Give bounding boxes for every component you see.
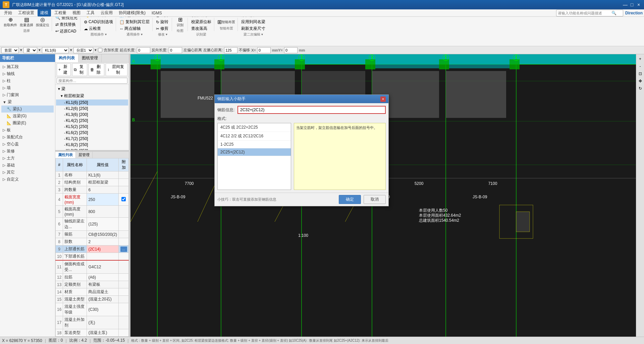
- nav-item-custom[interactable]: ▷ 自定义: [1, 176, 54, 183]
- props-row-17[interactable]: 17混凝土外加剂(无): [56, 316, 129, 329]
- prop-value-1[interactable]: KL1(6): [87, 171, 119, 179]
- prop-extra-4[interactable]: [119, 194, 129, 206]
- inter-floor-copy-btn[interactable]: ↕ 层间复制: [106, 63, 127, 76]
- tree-kl6[interactable]: - KL6(2) [250]: [56, 130, 128, 136]
- prop-checkbox-4[interactable]: [121, 197, 126, 201]
- prop-extra-12[interactable]: [119, 274, 129, 281]
- zoom-in-btn[interactable]: +: [637, 56, 644, 62]
- format-item-2[interactable]: 1-2C25: [218, 141, 291, 148]
- copy-to-other-btn[interactable]: 📋 复制到其它层: [118, 19, 151, 25]
- props-row-8[interactable]: 8肢数2: [56, 238, 129, 246]
- prop-value-5[interactable]: 800: [87, 206, 119, 218]
- prop-value-14[interactable]: 商品混凝土: [87, 288, 119, 296]
- nav-item-foundation[interactable]: ▷ 基础: [1, 162, 54, 169]
- nav-item-work-section[interactable]: ▷ 施工段: [1, 63, 54, 70]
- confirm-btn[interactable]: 确定: [339, 195, 361, 204]
- two-point-mark-btn[interactable]: ↔ 两点辅轴: [118, 25, 151, 32]
- left-shoulder-input[interactable]: [224, 47, 237, 53]
- prop-extra-1[interactable]: [119, 171, 129, 179]
- check-original-label-btn[interactable]: 校梁原位标: [190, 19, 213, 25]
- prop-value-15[interactable]: (混凝土20石): [87, 296, 119, 303]
- prop-extra-3[interactable]: [119, 186, 129, 194]
- find-element-btn[interactable]: 🔍 查找范元: [54, 17, 79, 21]
- delete-component-btn[interactable]: 🗑 删除: [89, 63, 104, 76]
- props-row-2[interactable]: 2结构类别框层框架梁: [56, 179, 129, 186]
- find-replace-btn[interactable]: ⇄ 查找替换: [54, 21, 79, 28]
- element-type-select[interactable]: 梁: [23, 47, 37, 53]
- nav-item-lintel-G[interactable]: 📐 连梁(G): [1, 113, 54, 120]
- prop-value-16[interactable]: (C30): [87, 303, 119, 316]
- props-row-3[interactable]: 3跨数量6: [56, 186, 129, 194]
- add-new-dimension-btn[interactable]: 刷新支座尺寸: [240, 25, 267, 32]
- prop-extra-15[interactable]: [119, 296, 129, 303]
- prop-value-18[interactable]: (混凝土泵): [87, 329, 119, 337]
- nav-item-beam-L[interactable]: 🔧 梁(L): [1, 106, 54, 113]
- props-row-1[interactable]: 1名称KL1(6): [56, 171, 129, 179]
- prop-extra-14[interactable]: [119, 288, 129, 296]
- rotate-view-btn[interactable]: ↻: [637, 85, 644, 92]
- reverse-length-input[interactable]: [169, 47, 182, 53]
- close-btn[interactable]: ×: [636, 2, 641, 7]
- prop-value-17[interactable]: (无): [87, 316, 119, 329]
- menu-project-settings[interactable]: 工程设置: [15, 9, 37, 16]
- start-length-input[interactable]: [137, 47, 150, 53]
- cloud-check-btn[interactable]: ☁ 云检查: [83, 25, 114, 32]
- y-input[interactable]: [284, 47, 298, 53]
- prop-extra-18[interactable]: [119, 329, 129, 337]
- format-item-3[interactable]: 2C25+(2C12): [218, 148, 291, 156]
- prop-extra-10[interactable]: [119, 253, 129, 261]
- menu-view[interactable]: 视图: [70, 9, 83, 16]
- tree-kl5[interactable]: - KL5(2) [250]: [56, 124, 128, 130]
- props-row-15[interactable]: 15混凝土类型(混凝土20石): [56, 296, 129, 303]
- floor-select[interactable]: 首层: [1, 47, 19, 53]
- new-component-btn[interactable]: + 新建: [57, 63, 71, 76]
- prop-extra-16[interactable]: [119, 303, 129, 316]
- prop-value-3[interactable]: 6: [87, 186, 119, 194]
- menu-tools[interactable]: 工具: [84, 9, 97, 16]
- prop-extra-2[interactable]: [119, 179, 129, 186]
- prop-extra-17[interactable]: [119, 316, 129, 329]
- window-controls[interactable]: — □ ×: [623, 2, 641, 7]
- element-name-select[interactable]: KL1(6): [42, 47, 69, 53]
- tab-drawing-management[interactable]: 图纸管理: [78, 54, 102, 62]
- steel-dialog[interactable]: 钢筋输入小助手 × 钢筋信息: 格式: 4C25 或 2C22+2C25 4C1…: [214, 94, 389, 206]
- direction-label[interactable]: Direction: [625, 11, 643, 15]
- component-search-input[interactable]: [57, 78, 127, 84]
- menu-igms[interactable]: IGMS: [149, 10, 165, 16]
- copy-component-btn[interactable]: ⧉ 复制: [72, 63, 87, 76]
- prop-extra-8[interactable]: [119, 238, 129, 246]
- props-row-10[interactable]: 10下部通长筋: [56, 253, 129, 261]
- fit-view-btn[interactable]: ⊡: [637, 70, 644, 77]
- prop-value-8[interactable]: 2: [87, 238, 119, 246]
- tree-beam-root[interactable]: ▼ 梁: [56, 85, 128, 92]
- x-input[interactable]: [257, 47, 271, 53]
- prop-extra-9[interactable]: ...: [119, 246, 129, 253]
- set-scale-btn[interactable]: 📏 设置比例: [83, 17, 114, 18]
- props-row-16[interactable]: 16混凝土强度等级(C30): [56, 303, 129, 316]
- nav-item-hollow[interactable]: ▷ 空心盖: [1, 141, 54, 148]
- nav-item-slab[interactable]: ▷ 板: [1, 127, 54, 134]
- prop-extra-7[interactable]: [119, 231, 129, 238]
- menu-start[interactable]: 开始: [1, 9, 15, 16]
- tab-layer-management[interactable]: 层管理: [76, 152, 93, 158]
- rotate-btn[interactable]: ↻ 旋转: [155, 19, 170, 25]
- prop-value-2[interactable]: 框层框架梁: [87, 179, 119, 186]
- cancel-btn[interactable]: 取消: [364, 195, 386, 204]
- check-magnify-btn[interactable]: 查改落高: [190, 25, 213, 32]
- original-label-btn[interactable]: 原位标注: [240, 17, 267, 18]
- prop-value-11[interactable]: G4C12: [87, 260, 119, 274]
- pan-btn[interactable]: ✥: [637, 78, 644, 84]
- prop-value-10[interactable]: [87, 253, 119, 261]
- tree-kl3[interactable]: - KL3(6) [200]: [56, 112, 128, 118]
- prop-value-4[interactable]: 250: [87, 194, 119, 206]
- nav-item-prefab[interactable]: ▷ 装配式台: [1, 134, 54, 141]
- zoom-out-btn[interactable]: -: [637, 63, 644, 70]
- tree-kl1[interactable]: - KL1(6) [250]: [56, 99, 128, 106]
- nav-item-axis[interactable]: ▷ 轴线: [1, 70, 54, 77]
- format-item-0[interactable]: 4C25 或 2C22+2C25: [218, 123, 291, 132]
- apply-same-name-btn[interactable]: 应用到同名梁: [240, 19, 267, 25]
- menu-quantities[interactable]: 工程量: [52, 9, 69, 16]
- props-row-11[interactable]: 11侧面构造或受...G4C12: [56, 260, 129, 274]
- check-beam-element-btn[interactable]: 校梁域元: [190, 17, 213, 18]
- steel-info-input[interactable]: [237, 106, 386, 114]
